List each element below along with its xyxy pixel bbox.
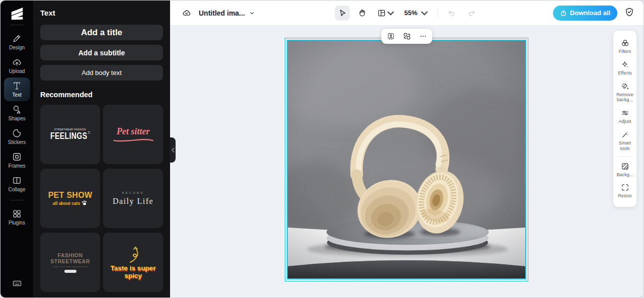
template-subtitle: all about cats <box>53 201 80 206</box>
download-all-button[interactable]: Download all <box>553 6 617 21</box>
topbar: Untitled ima... 55% <box>170 1 643 26</box>
sidebar-item-text[interactable]: Text <box>4 78 30 101</box>
template-pill-button <box>64 270 76 273</box>
sidebar-item-design[interactable]: Design <box>4 30 30 54</box>
sidebar-item-label: Collage <box>9 187 26 192</box>
keyboard-icon <box>12 278 22 288</box>
template-eyebrow: STREETWEAR FASHION <box>54 128 86 130</box>
tool-background[interactable]: Backg... <box>614 159 635 181</box>
template-title: FEELINGS <box>50 131 90 141</box>
tool-resize[interactable]: Resize <box>614 180 635 202</box>
stickers-icon <box>12 128 22 138</box>
cloud-check-icon <box>182 9 191 18</box>
template-pet-show[interactable]: PET SHOW all about cats <box>40 169 100 228</box>
redo-button[interactable] <box>464 6 479 21</box>
text-panel: Text Add a title Add a subtitle Add body… <box>33 1 170 297</box>
paw-icon <box>82 200 88 206</box>
effects-icon <box>621 60 629 69</box>
add-subtitle-button[interactable]: Add a subtitle <box>40 45 163 60</box>
rail-divider <box>10 25 24 25</box>
template-subtitle: Grab it on our offline and online stores <box>53 265 88 267</box>
curly-arrow-icon <box>123 245 143 264</box>
template-daily-life[interactable]: RECORD Daily Life <box>103 169 163 228</box>
template-title: PET SHOW <box>48 191 93 200</box>
cutout-icon <box>387 32 395 40</box>
design-icon <box>12 34 22 43</box>
sidebar-item-label: Text <box>12 92 21 98</box>
keyboard-shortcuts-button[interactable] <box>12 278 22 290</box>
sidebar-item-upload[interactable]: Upload <box>4 54 30 78</box>
sidebar-item-label: Shapes <box>9 116 26 121</box>
download-all-label: Download all <box>570 9 610 17</box>
document-title[interactable]: Untitled ima... <box>199 9 245 17</box>
undo-button[interactable] <box>444 6 459 21</box>
panel-collapse-handle[interactable] <box>170 137 176 163</box>
template-fashion-streetwear[interactable]: FASHION STREETWEAR Grab it on our offlin… <box>40 233 100 292</box>
chevron-down-icon <box>420 9 429 18</box>
zoom-level-button[interactable]: 55% <box>402 6 431 21</box>
replace-icon <box>403 32 411 40</box>
workspace: Filters Effects Remove backg... Adjust S… <box>170 26 643 297</box>
hand-icon <box>358 9 367 18</box>
sidebar-item-shapes[interactable]: Shapes <box>4 101 30 125</box>
sidebar-item-collage[interactable]: Collage <box>4 172 30 196</box>
layout-icon <box>377 9 386 18</box>
tool-adjust[interactable]: Adjust <box>614 106 635 127</box>
canvas[interactable] <box>287 40 526 279</box>
tool-filters[interactable]: Filters <box>614 36 635 57</box>
sidebar-item-label: Design <box>9 45 25 50</box>
template-title: Daily Life <box>113 197 153 206</box>
feelings-mark <box>88 131 90 133</box>
tool-smart-tools[interactable]: Smart tools <box>614 127 635 155</box>
sidebar-item-label: Plugins <box>9 220 25 226</box>
swoosh-underline <box>112 137 154 143</box>
privacy-shield-button[interactable] <box>624 7 634 19</box>
image-editor-window: Design Upload Text Shapes Stickers Frame… <box>0 0 644 298</box>
template-pet-sitter[interactable]: Pet sitter <box>103 105 163 164</box>
replace-button[interactable] <box>400 30 414 42</box>
export-icon <box>560 10 567 17</box>
template-eyebrow: RECORD <box>122 191 144 194</box>
more-options-button[interactable] <box>417 30 430 42</box>
add-body-text-button[interactable]: Add body text <box>40 65 163 81</box>
toolbar-divider <box>437 9 438 18</box>
shield-check-icon <box>624 7 634 17</box>
capcut-logo-icon[interactable] <box>10 7 25 20</box>
smart-tools-icon <box>621 130 629 139</box>
layout-view-button[interactable] <box>375 6 397 21</box>
hand-tool-button[interactable] <box>355 6 370 21</box>
chevron-down-icon[interactable] <box>250 11 255 16</box>
resize-icon <box>621 183 629 192</box>
main-area: Untitled ima... 55% <box>170 1 643 297</box>
headphones-product-image[interactable] <box>288 41 525 278</box>
chevron-left-icon <box>171 147 175 153</box>
zoom-level: 55% <box>404 9 417 17</box>
background-icon <box>621 162 629 171</box>
rail-divider <box>10 200 24 200</box>
add-title-button[interactable]: Add a title <box>40 25 163 40</box>
sidebar-item-label: Upload <box>9 68 25 74</box>
tool-remove-background[interactable]: Remove backg... <box>614 79 635 106</box>
more-icon <box>419 32 427 40</box>
select-tool-button[interactable] <box>335 6 350 21</box>
sidebar-item-label: Stickers <box>8 139 26 145</box>
template-feelings[interactable]: STREETWEAR FASHION FEELINGS <box>40 105 100 164</box>
left-rail: Design Upload Text Shapes Stickers Frame… <box>1 1 33 297</box>
tools-divider <box>617 157 632 157</box>
sidebar-item-frames[interactable]: Frames <box>4 148 30 172</box>
plugins-icon <box>12 209 22 218</box>
sidebar-item-plugins[interactable]: Plugins <box>4 205 30 229</box>
template-taste-spicy[interactable]: Taste is super spicy <box>103 233 163 292</box>
frames-icon <box>12 152 22 162</box>
right-tools-panel: Filters Effects Remove backg... Adjust S… <box>613 31 636 207</box>
sidebar-item-stickers[interactable]: Stickers <box>4 125 30 148</box>
cloud-saved-button[interactable] <box>179 6 194 21</box>
filters-icon <box>621 39 629 47</box>
undo-icon <box>447 9 456 18</box>
tool-effects[interactable]: Effects <box>614 57 635 79</box>
remove-background-icon <box>621 82 629 91</box>
template-grid: STREETWEAR FASHION FEELINGS Pet sitter P… <box>40 105 163 292</box>
upload-icon <box>12 57 22 67</box>
shapes-icon <box>12 105 22 114</box>
smart-cutout-button[interactable] <box>384 30 397 42</box>
